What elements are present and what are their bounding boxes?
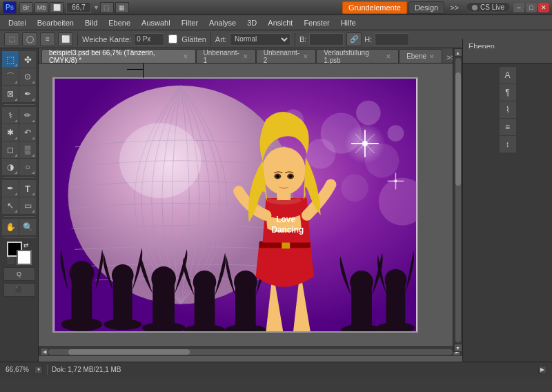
crop-tool[interactable]: ⊠ [2,86,19,102]
dodge-tool[interactable]: ○ [19,159,36,175]
spot-healing-tool[interactable]: ⚕ [2,107,19,124]
gradient-tool[interactable]: ▒ [19,141,36,158]
shirt-text: Love [276,215,295,224]
separator-2 [210,33,211,46]
menu-bild[interactable]: Bild [79,17,103,28]
doc-tab-beispiel3[interactable]: beispiel3.psd bei 66,7% (Tänzerin, CMYK/… [41,49,196,63]
selection-row-btn[interactable]: ≡ [40,32,55,46]
pen-tool[interactable]: ✒ [2,180,19,197]
weiche-kante-label: Weiche Kante: [82,35,131,43]
scroll-down-button[interactable]: ▼ [454,344,462,352]
move-tool[interactable]: ✤ [19,51,36,68]
screen-mode-button[interactable]: ⬛ [3,283,35,297]
panel-tab-bar [463,48,552,63]
menubar: Datei Bearbeiten Bild Ebene Auswahl Filt… [0,15,552,30]
svg-rect-38 [386,285,406,328]
swap-colors-button[interactable]: ⇄ [23,242,32,250]
svg-point-24 [70,261,95,286]
history-brush-tool[interactable]: ↶ [19,124,36,141]
workspace-tabs: Grundelemente Design >> [342,1,463,14]
minimize-button[interactable]: – [513,3,524,12]
menu-hilfe[interactable]: Hilfe [335,17,362,28]
path-selection-tool[interactable]: ↖ [2,197,19,214]
clone-stamp-tool[interactable]: ✱ [2,124,19,141]
menu-ebene[interactable]: Ebene [103,17,136,28]
weiche-kante-input[interactable] [134,33,164,46]
background-color[interactable] [17,250,32,265]
menu-bearbeiten[interactable]: Bearbeiten [32,17,79,28]
marquee-tool[interactable]: ⬚ [2,51,19,68]
b-input[interactable] [309,33,344,46]
panel-tool-para[interactable]: ¶ [500,84,516,101]
shape-tool[interactable]: ▭ [19,197,36,214]
doc-tab-verlaufsfullung[interactable]: Verlaufsfüllung 1.psb ✕ [316,49,399,63]
selection-col-btn[interactable]: ⬜ [58,32,73,46]
blur-tool[interactable]: ◑ [2,159,19,175]
doc-tab-close-3[interactable]: ✕ [386,53,391,60]
scroll-left-button[interactable]: ◀ [40,348,48,356]
zoom-input[interactable] [66,2,91,13]
quick-select-tool[interactable]: ⊙ [19,68,36,85]
doc-tab-close-4[interactable]: ✕ [429,53,435,60]
cs-live-button[interactable]: CS Live [466,2,511,12]
arrange-icon[interactable]: ▦ [115,2,129,13]
brush-tool[interactable]: ✏ [19,107,36,124]
doc-tab-close-2[interactable]: ✕ [303,53,308,60]
h-label: H: [364,35,372,43]
selection-rect-btn[interactable]: ⬚ [4,32,19,46]
mini-bridge-button[interactable]: Mb [34,2,48,13]
close-button[interactable]: ✕ [538,3,549,12]
edit-mode-button[interactable]: Q [3,267,35,281]
tab-grundelemente[interactable]: Grundelemente [342,1,407,14]
panel-tool-curve[interactable]: ⌇ [500,101,516,118]
artwork-canvas: Love Dancing [52,77,418,333]
selection-round-btn[interactable]: ◯ [22,32,37,46]
type-tool[interactable]: T [19,180,36,197]
menu-datei[interactable]: Datei [3,17,32,28]
scroll-track-v[interactable] [455,58,461,342]
panel-tool-align[interactable]: ≡ [500,119,516,135]
panel-tool-arrow[interactable]: ↕ [500,136,516,153]
canvas-scroll[interactable]: Love Dancing [39,63,462,346]
doc-tab-close-1[interactable]: ✕ [243,53,248,60]
separator-3 [295,33,295,46]
reset-colors-button[interactable]: ⬛ [7,257,15,265]
bridge-button[interactable]: Br [19,2,33,13]
lasso-tool[interactable]: ⌒ [2,68,19,85]
view-icon[interactable]: ⬚ [100,2,114,13]
svg-point-36 [234,271,257,294]
panel-tool-A[interactable]: A [500,67,516,84]
doc-tab-unbenannt2[interactable]: Unbenannt-2 ✕ [256,49,316,63]
doc-tab-ebene[interactable]: Ebene ✕ [399,49,442,63]
menu-filter[interactable]: Filter [176,17,204,28]
toolbar-divider-2 [3,177,35,178]
zoom-tool[interactable]: 🔍 [19,219,36,235]
menu-fenster[interactable]: Fenster [298,17,335,28]
hand-tool[interactable]: ✋ [2,219,19,235]
glatten-checkbox[interactable] [168,35,177,43]
eyedropper-tool[interactable]: ✒ [19,86,36,102]
maximize-button[interactable]: □ [526,3,537,12]
scroll-thumb-v[interactable] [455,72,461,186]
lock-aspect-btn[interactable]: 🔗 [346,32,362,46]
menu-3d[interactable]: 3D [241,17,262,28]
menu-auswahl[interactable]: Auswahl [136,17,176,28]
eraser-tool[interactable]: ◻ [2,141,19,158]
menu-ansicht[interactable]: Ansicht [262,17,298,28]
workspace-tabs-more[interactable]: >> [446,2,463,13]
svg-point-43 [276,175,279,177]
svg-point-27 [112,264,134,286]
doc-tab-unbenannt1[interactable]: Unbenannt-1 ✕ [196,49,256,63]
scroll-thumb-h[interactable] [68,349,190,355]
scroll-up-button[interactable]: ▲ [454,48,462,57]
tab-design[interactable]: Design [408,1,444,14]
panel-content: A ¶ ⌇ ≡ ↕ [463,63,552,362]
canvas-inner: Love Dancing [39,63,462,346]
scroll-track-h[interactable] [48,349,453,355]
art-select[interactable]: Normal Festes [230,33,290,46]
menu-analyse[interactable]: Analyse [204,17,241,28]
doc-tab-close-0[interactable]: ✕ [183,53,188,60]
h-input[interactable] [375,33,409,46]
zoom-options-button[interactable]: ▾ [34,366,43,374]
status-arrow-button[interactable]: ▶ [538,366,546,374]
